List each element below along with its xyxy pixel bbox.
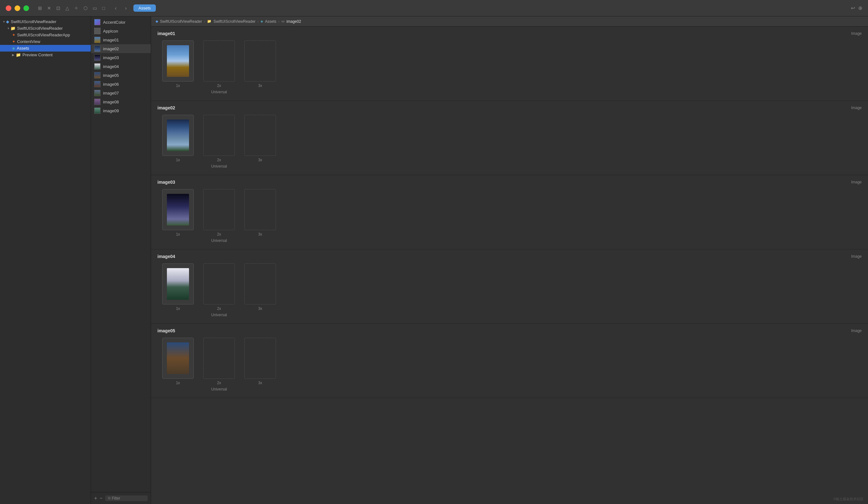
asset-name-image03: image03 [157,179,175,185]
image-slot-3x-image03[interactable]: 3x [240,189,281,237]
asset-section-image04: image04 Image 1x [151,249,868,324]
asset-item-image02[interactable]: image02 [91,44,151,53]
image-slot-3x-image04[interactable]: 3x [240,264,281,311]
image-slot-1x-image04[interactable]: 1x [157,264,198,311]
asset-type-image03: Image [851,180,862,184]
sidebar-item-folder[interactable]: ▾ 📁 SwiftUIScrollViewReader [0,25,91,32]
chevron-right-icon: ▶ [12,53,14,56]
sidebar-item-app[interactable]: ✦ SwiftUIScrollViewReaderApp [0,32,91,38]
content-area: ◆ SwiftUIScrollViewReader › 📁 SwiftUIScr… [151,17,868,504]
maximize-button[interactable] [23,6,29,11]
filter-icon: ⊙ [108,496,111,500]
slot-box-1x-image04 [162,264,194,305]
asset-label-image01: image01 [103,38,119,42]
main-layout: ▾ ◆ SwiftUIScrollViewReader ▾ 📁 SwiftUIS… [0,17,868,504]
image-slot-3x-image05[interactable]: 3x [240,338,281,385]
thumbnail-image01 [167,45,189,77]
asset-item-image08[interactable]: image08 [91,97,151,106]
slot-box-3x-image04 [244,264,276,305]
slot-label-2x-image03: 2x [217,232,221,237]
asset-name-image05: image05 [157,328,175,333]
slot-box-3x-image05 [244,338,276,379]
asset-item-accent[interactable]: AccentColor [91,18,151,27]
sidebar-contentview-label: ContentView [17,39,40,44]
close-button[interactable] [6,6,11,11]
image-slot-2x-image01[interactable]: 2x [198,40,240,88]
slot-label-1x-image05: 1x [176,381,180,385]
breadcrumb-folder[interactable]: SwiftUIScrollViewReader [213,19,256,24]
asset-item-image05[interactable]: image05 [91,71,151,80]
slot-label-1x-image02: 1x [176,158,180,162]
window-controls[interactable] [0,6,35,11]
asset-item-image04[interactable]: image04 [91,62,151,71]
tools-icon: ⊡ [56,6,60,11]
asset-item-image01[interactable]: image01 [91,35,151,44]
slot-group-image05: 1x 2x 3x Uni [157,338,281,391]
filter-area[interactable]: ⊙ Filter [105,495,148,501]
breadcrumb-assets-icon: ◈ [260,19,263,23]
slots-row-image03: 1x 2x 3x [157,189,281,237]
image-slot-1x-image02[interactable]: 1x [157,115,198,162]
image-slot-2x-image04[interactable]: 2x [198,264,240,311]
asset-list: AccentColor AppIcon image01 image02 imag… [91,17,151,492]
sidebar-item-assets[interactable]: ◈ Assets [0,45,91,52]
slot-group-image04: 1x 2x 3x Uni [157,264,281,317]
breadcrumb-current: image02 [286,19,301,24]
watermark: ©格土掘金技术社区 [833,497,864,502]
sidebar-preview-label: Preview Content [22,52,52,57]
minimize-button[interactable] [14,6,20,11]
slot-box-3x-image03 [244,189,276,230]
project-icon: ◆ [6,19,9,24]
image-slot-1x-image05[interactable]: 1x [157,338,198,385]
slot-label-1x-image03: 1x [176,232,180,237]
asset-label-image07: image07 [103,91,119,95]
asset-name-image02: image02 [157,105,175,110]
forward-button[interactable]: › [121,4,130,13]
asset-item-image09[interactable]: image09 [91,106,151,115]
image-slot-2x-image02[interactable]: 2x [198,115,240,162]
rect-icon: ▭ [93,6,97,11]
asset-item-image06[interactable]: image06 [91,80,151,89]
sidebar-item-preview-content[interactable]: ▶ 📁 Preview Content [0,52,91,58]
slot-label-1x-image04: 1x [176,306,180,311]
image-slot-1x-image03[interactable]: 1x [157,189,198,237]
breadcrumb-assets[interactable]: Assets [265,19,276,24]
nav-arrows[interactable]: ‹ › [111,4,130,13]
image-slot-3x-image01[interactable]: 3x [240,40,281,88]
slot-box-1x-image05 [162,338,194,379]
sidebar-assets-label: Assets [17,46,29,51]
sidebar-item-project[interactable]: ▾ ◆ SwiftUIScrollViewReader [0,18,91,25]
breadcrumb-sep3: › [278,19,279,24]
slot-label-2x-image05: 2x [217,381,221,385]
asset-label-accent: AccentColor [103,20,125,25]
image-slot-1x-image01[interactable]: 1x [157,40,198,88]
breadcrumb-project[interactable]: SwiftUIScrollViewReader [160,19,202,24]
active-tab[interactable]: Assets [133,4,156,12]
breadcrumb-asset-icon: ▭ [281,19,285,23]
asset-type-image02: Image [851,106,862,110]
refresh-icon: ↩ [851,5,855,11]
slot-box-1x-image01 [162,40,194,82]
asset-type-image04: Image [851,254,862,259]
asset-type-image05: Image [851,329,862,333]
remove-asset-button[interactable]: − [100,495,102,501]
asset-name-image01: image01 [157,31,175,36]
asset-list-footer: + − ⊙ Filter [91,492,151,504]
slot-box-3x-image01 [244,40,276,82]
image-slot-3x-image02[interactable]: 3x [240,115,281,162]
warning-icon: △ [65,6,69,11]
back-button[interactable]: ‹ [111,4,120,13]
asset-item-image03[interactable]: image03 [91,53,151,62]
asset-item-image07[interactable]: image07 [91,89,151,97]
breadcrumb: ◆ SwiftUIScrollViewReader › 📁 SwiftUIScr… [151,17,868,27]
asset-label-image03: image03 [103,55,119,60]
slot-box-1x-image03 [162,189,194,230]
asset-section-image03: image03 Image 1x [151,175,868,249]
image-slot-2x-image05[interactable]: 2x [198,338,240,385]
sidebar-item-contentview[interactable]: ✦ ContentView [0,38,91,45]
titlebar: ⊞ ✕ ⊡ △ ✧ ⬡ ▭ □ ‹ › Assets ↩ ⊕ [0,0,868,17]
slot-box-2x-image04 [203,264,235,305]
asset-item-appicon[interactable]: AppIcon [91,27,151,35]
add-asset-button[interactable]: + [94,495,97,501]
image-slot-2x-image03[interactable]: 2x [198,189,240,237]
